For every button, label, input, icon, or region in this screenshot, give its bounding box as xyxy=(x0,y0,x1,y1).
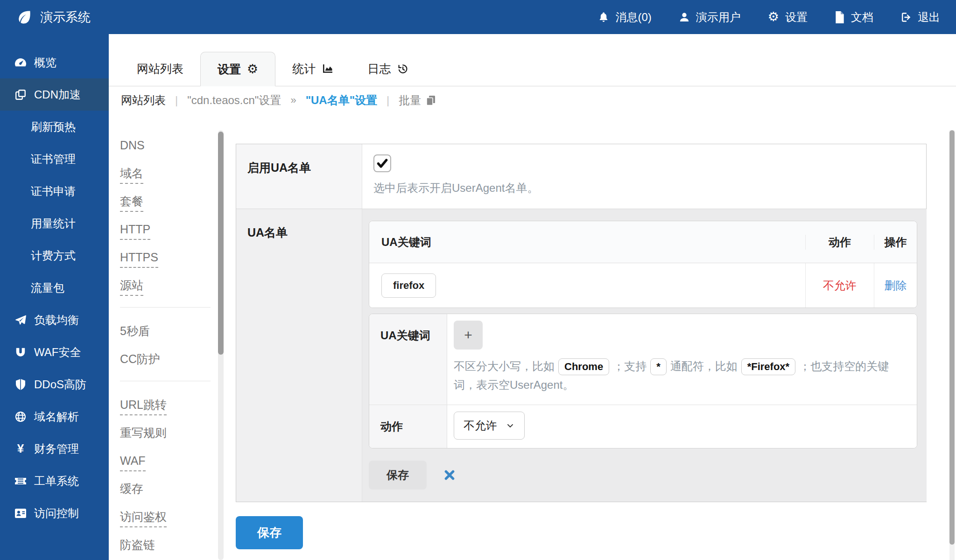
topnav-docs[interactable]: 文档 xyxy=(835,10,873,25)
menu-label: HTTP xyxy=(120,223,150,240)
editor-action-content: 不允许 xyxy=(447,405,917,448)
breadcrumb-ua-list-settings[interactable]: "UA名单"设置 xyxy=(306,93,377,108)
menu-divider xyxy=(120,381,211,381)
breadcrumb-arrow: » xyxy=(290,94,296,106)
tab-site-list[interactable]: 网站列表 xyxy=(120,51,200,86)
sidebar-item-finance[interactable]: ¥ 财务管理 xyxy=(0,433,109,465)
action-cell: 不允许 xyxy=(805,263,874,308)
menu-label: 缓存 xyxy=(120,482,143,495)
menu-item-cache[interactable]: 缓存 xyxy=(120,480,213,497)
menu-item-http[interactable]: HTTP xyxy=(120,221,213,238)
breadcrumb-batch[interactable]: 批量 xyxy=(399,93,436,108)
chevron-down-icon xyxy=(506,421,515,430)
enable-ua-row: 启用UA名单 选中后表示开启UserAgent名单。 xyxy=(236,144,926,209)
menu-label: 源站 xyxy=(120,279,143,296)
sidebar-item-cdn[interactable]: CDN加速 xyxy=(0,78,109,111)
sidebar-item-refresh-prewarm[interactable]: 刷新预热 xyxy=(0,111,109,143)
gear-icon: ⚙ xyxy=(247,63,258,76)
tab-logs[interactable]: 日志 xyxy=(351,51,425,86)
menu-scrollbar-thumb[interactable] xyxy=(218,132,224,355)
menu-item-rewrite[interactable]: 重写规则 xyxy=(120,424,213,441)
editor-keyword-row: UA关键词 + 不区分大小写，比如Chrome；支持*通配符，比如*Firefo… xyxy=(369,314,917,405)
shield-icon xyxy=(13,378,28,391)
topnav-user[interactable]: 演示用户 xyxy=(679,10,741,25)
sidebar-item-cert-manage[interactable]: 证书管理 xyxy=(0,143,109,175)
menu-item-hotlink[interactable]: 防盗链 xyxy=(120,536,213,553)
settings-menu: DNS 域名 套餐 HTTP HTTPS 源站 5秒盾 CC防护 URL跳转 重… xyxy=(120,137,213,560)
sidebar-item-usage-stats[interactable]: 用量统计 xyxy=(0,207,109,239)
sidebar-item-traffic-pack[interactable]: 流量包 xyxy=(0,272,109,304)
id-card-icon xyxy=(13,508,28,519)
help-text-part: 通配符，比如 xyxy=(670,360,738,372)
dashboard-icon xyxy=(13,57,28,68)
tab-label: 日志 xyxy=(367,61,391,77)
keyword-cell: firefox xyxy=(369,263,805,308)
content-area: 网站列表 设置 ⚙ 统计 日志 网站列表 | "cdn.teaos.cn"设置 … xyxy=(109,34,956,560)
menu-label: HTTPS xyxy=(120,251,158,268)
sidebar-item-cert-apply[interactable]: 证书申请 xyxy=(0,175,109,207)
page-scrollbar-thumb[interactable] xyxy=(949,130,955,545)
sidebar-item-access-control[interactable]: 访问控制 xyxy=(0,497,109,529)
sidebar-item-dns-resolve[interactable]: 域名解析 xyxy=(0,400,109,433)
sidebar-item-load-balance[interactable]: 负载均衡 xyxy=(0,304,109,336)
sidebar-item-waf[interactable]: WAF安全 xyxy=(0,336,109,368)
breadcrumb-site-settings[interactable]: "cdn.teaos.cn"设置 xyxy=(187,93,281,108)
history-icon xyxy=(397,63,408,75)
menu-item-cc-protect[interactable]: CC防护 xyxy=(120,350,213,368)
menu-label: 重写规则 xyxy=(120,426,167,439)
editor-action-label: 动作 xyxy=(369,405,447,448)
cancel-icon[interactable] xyxy=(443,469,456,481)
sidebar-item-billing-mode[interactable]: 计费方式 xyxy=(0,239,109,272)
tab-stats[interactable]: 统计 xyxy=(275,51,351,86)
sidebar-item-tickets[interactable]: 工单系统 xyxy=(0,465,109,497)
menu-item-https[interactable]: HTTPS xyxy=(120,249,213,266)
editor-save-button[interactable]: 保存 xyxy=(369,461,427,490)
brand: 演示系统 xyxy=(16,9,91,26)
menu-item-plan[interactable]: 套餐 xyxy=(120,193,213,210)
sidebar-item-label: 证书管理 xyxy=(31,152,76,167)
breadcrumb-site-list[interactable]: 网站列表 xyxy=(121,93,166,108)
sidebar-item-label: 用量统计 xyxy=(31,216,76,231)
ua-settings-form: 启用UA名单 选中后表示开启UserAgent名单。 UA名单 xyxy=(236,144,927,502)
tab-settings[interactable]: 设置 ⚙ xyxy=(200,52,275,86)
topnav-logout[interactable]: 退出 xyxy=(900,10,940,25)
topnav-messages[interactable]: 消息(0) xyxy=(598,10,651,25)
clone-icon xyxy=(13,89,28,101)
action-select[interactable]: 不允许 xyxy=(454,412,525,440)
topnav-settings-label: 设置 xyxy=(785,10,808,25)
menu-item-url-redirect[interactable]: URL跳转 xyxy=(120,396,213,413)
tab-label: 网站列表 xyxy=(137,61,183,77)
menu-label: 访问鉴权 xyxy=(120,510,167,527)
topnav-docs-label: 文档 xyxy=(851,10,873,25)
menu-item-5s-shield[interactable]: 5秒盾 xyxy=(120,322,213,340)
user-icon xyxy=(679,12,690,23)
keyword-editor: UA关键词 + 不区分大小写，比如Chrome；支持*通配符，比如*Firefo… xyxy=(369,314,917,448)
menu-item-domain[interactable]: 域名 xyxy=(120,165,213,182)
main-panel: 启用UA名单 选中后表示开启UserAgent名单。 UA名单 xyxy=(236,144,927,549)
sidebar-item-ddos[interactable]: DDoS高防 xyxy=(0,368,109,400)
menu-item-auth[interactable]: 访问鉴权 xyxy=(120,508,213,525)
save-button[interactable]: 保存 xyxy=(236,516,303,549)
sidebar-item-label: 流量包 xyxy=(31,280,64,295)
copy-icon xyxy=(426,95,436,106)
topnav-settings[interactable]: ⚙ 设置 xyxy=(768,10,808,25)
sidebar-item-overview[interactable]: 概览 xyxy=(0,46,109,78)
menu-item-dns[interactable]: DNS xyxy=(120,137,213,154)
sidebar-item-label: CDN加速 xyxy=(34,87,81,102)
brand-title: 演示系统 xyxy=(40,9,91,26)
menu-item-waf[interactable]: WAF xyxy=(120,452,213,469)
menu-item-origin[interactable]: 源站 xyxy=(120,277,213,294)
magnet-icon xyxy=(13,346,28,358)
menu-divider xyxy=(120,307,211,308)
sidebar-item-label: 刷新预热 xyxy=(31,119,76,134)
sidebar: 概览 CDN加速 刷新预热 证书管理 证书申请 用量统计 计费方式 流量包 负载… xyxy=(0,34,109,560)
ua-list-row: UA名单 UA关键词 动作 操作 firefox xyxy=(236,209,926,502)
col-header-ops: 操作 xyxy=(874,235,917,250)
ua-list-content: UA关键词 动作 操作 firefox 不允许 xyxy=(362,209,927,502)
add-keyword-button[interactable]: + xyxy=(454,321,483,350)
sidebar-item-label: 工单系统 xyxy=(34,474,79,489)
ua-list-label: UA名单 xyxy=(236,209,362,502)
delete-link[interactable]: 删除 xyxy=(885,278,907,293)
enable-ua-checkbox[interactable] xyxy=(373,154,391,172)
action-select-value: 不允许 xyxy=(464,418,497,433)
